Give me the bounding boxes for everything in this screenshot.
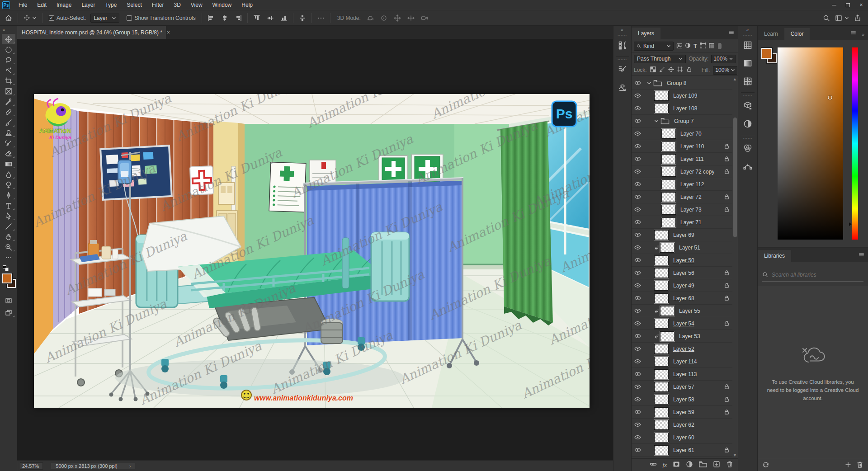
tool-button[interactable] — [2, 34, 15, 44]
new-library-icon[interactable] — [844, 461, 852, 470]
visibility-toggle[interactable] — [632, 368, 644, 380]
layer-row[interactable]: Layer 114 — [632, 355, 732, 368]
tool-button[interactable] — [2, 169, 15, 179]
tool-button[interactable] — [2, 211, 15, 221]
visibility-toggle[interactable] — [632, 89, 644, 102]
visibility-toggle[interactable] — [632, 241, 644, 254]
visibility-toggle[interactable] — [632, 330, 644, 342]
layer-row[interactable]: Layer 70 — [632, 127, 732, 140]
visibility-toggle[interactable] — [632, 254, 644, 266]
layer-row[interactable]: Layer 112 — [632, 178, 732, 191]
pasteboard[interactable]: Animation Ki DuniyaAnimation Ki DuniyaAn… — [17, 39, 613, 460]
expand-panels-toggle[interactable]: « — [613, 26, 631, 34]
layer-thumbnail[interactable] — [661, 205, 676, 215]
menu-item[interactable]: Window — [208, 0, 237, 10]
menu-item[interactable]: Edit — [32, 0, 52, 10]
visibility-toggle[interactable] — [632, 115, 644, 127]
3d-camera-button[interactable] — [419, 12, 430, 24]
layer-row[interactable]: Layer 73 — [632, 203, 732, 216]
layer-row[interactable]: Layer 56 — [632, 267, 732, 279]
workspace-switcher[interactable] — [832, 14, 852, 22]
layer-row[interactable]: Layer 50 — [632, 254, 732, 267]
scroll-down-icon[interactable]: ▼ — [733, 453, 737, 457]
tool-button[interactable] — [2, 242, 15, 252]
3d-materials-panel-icon[interactable] — [740, 98, 755, 113]
align-left-button[interactable] — [205, 12, 217, 24]
tab-learn[interactable]: Learn — [758, 28, 784, 40]
layer-row[interactable]: Layer 71 — [632, 216, 732, 229]
collapse-panels-toggle[interactable]: » — [862, 32, 864, 37]
foreground-color-swatch[interactable] — [2, 273, 12, 283]
layer-row[interactable]: Layer 60 — [632, 431, 732, 444]
scroll-up-icon[interactable]: ▲ — [733, 77, 737, 81]
tool-button[interactable] — [2, 252, 15, 263]
menu-item[interactable]: Select — [122, 0, 146, 10]
tab-libraries[interactable]: Libraries — [758, 250, 791, 262]
lock-artboard-icon[interactable] — [677, 66, 683, 74]
layer-thumbnail[interactable] — [654, 369, 669, 379]
libraries-search[interactable] — [762, 268, 863, 282]
filter-type-icon[interactable]: T — [693, 42, 697, 49]
color-mixer-panel-icon[interactable] — [740, 141, 755, 156]
visibility-toggle[interactable] — [632, 102, 644, 114]
menu-item[interactable]: 3D — [169, 0, 185, 10]
panel-menu-icon[interactable] — [728, 29, 734, 37]
filter-pixel-icon[interactable] — [676, 42, 682, 50]
tool-button[interactable] — [2, 190, 15, 200]
screen-mode-button[interactable] — [2, 307, 15, 318]
lock-transparency-icon[interactable] — [650, 66, 656, 74]
tool-button[interactable] — [2, 138, 15, 148]
filter-smart-object-icon[interactable] — [708, 42, 714, 50]
layer-row[interactable]: Layer 109 — [632, 89, 732, 102]
visibility-toggle[interactable] — [632, 203, 644, 216]
status-chevron-icon[interactable]: › — [129, 463, 131, 469]
new-layer-icon[interactable] — [713, 461, 720, 469]
layer-row[interactable]: Layer 52 — [632, 343, 732, 355]
menu-item[interactable]: Layer — [76, 0, 100, 10]
layer-thumbnail[interactable] — [661, 179, 676, 189]
visibility-toggle[interactable] — [632, 393, 644, 405]
tool-button[interactable] — [2, 148, 15, 159]
zoom-level-field[interactable]: 24.57% — [20, 462, 43, 470]
layer-thumbnail[interactable] — [654, 104, 669, 113]
3d-roll-button[interactable] — [378, 12, 390, 24]
search-input[interactable] — [772, 272, 853, 278]
menu-item[interactable]: Type — [100, 0, 122, 10]
layer-thumbnail[interactable] — [654, 445, 669, 455]
layer-thumbnail[interactable] — [654, 357, 669, 367]
tool-button[interactable] — [2, 75, 15, 86]
adjustments-panel-icon[interactable] — [740, 116, 755, 132]
layer-row[interactable]: Layer 108 — [632, 102, 732, 115]
tool-button[interactable] — [2, 221, 15, 231]
tool-button[interactable] — [2, 96, 15, 107]
align-center-button[interactable] — [219, 12, 231, 24]
layer-thumbnail[interactable] — [654, 293, 669, 303]
visibility-toggle[interactable] — [632, 191, 644, 203]
layer-thumbnail[interactable] — [661, 192, 676, 202]
layer-thumbnail[interactable] — [654, 255, 669, 265]
3d-orbit-button[interactable] — [364, 12, 376, 24]
chevron-down-icon[interactable] — [647, 81, 651, 85]
visibility-toggle[interactable] — [632, 305, 644, 317]
menu-item[interactable]: Image — [52, 0, 76, 10]
toolbar-expand-toggle[interactable]: » — [0, 26, 17, 34]
visibility-toggle[interactable] — [632, 355, 644, 367]
filter-adjustment-icon[interactable] — [685, 42, 691, 50]
layers-scrollbar[interactable] — [733, 82, 737, 417]
home-button[interactable] — [3, 12, 14, 24]
layer-thumbnail[interactable] — [661, 141, 676, 151]
layer-thumbnail[interactable] — [661, 217, 676, 227]
tool-button[interactable] — [2, 65, 15, 75]
link-layers-icon[interactable] — [650, 461, 657, 469]
delete-icon[interactable] — [856, 461, 863, 470]
visibility-toggle[interactable] — [632, 381, 644, 393]
show-transform-checkbox[interactable] — [127, 15, 132, 21]
layer-thumbnail[interactable] — [654, 395, 669, 405]
align-top-button[interactable] — [251, 12, 263, 24]
filter-switch[interactable] — [718, 43, 722, 49]
visibility-toggle[interactable] — [632, 216, 644, 228]
visibility-toggle[interactable] — [632, 406, 644, 418]
lock-position-icon[interactable] — [668, 66, 674, 74]
swatches-panel-icon[interactable] — [740, 38, 755, 53]
maximize-button[interactable] — [841, 0, 854, 10]
